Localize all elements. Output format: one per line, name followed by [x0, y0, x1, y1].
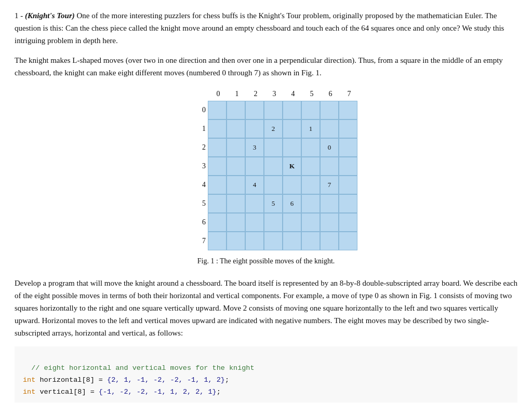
paragraph-1: 1 - (Knight's Tour) One of the more inte… — [15, 9, 517, 47]
board-cell-0-4 — [283, 101, 301, 119]
board-cell-5-2 — [245, 194, 264, 213]
code-line2-var: vertical — [35, 388, 73, 396]
row-label-5: 5 — [194, 198, 208, 209]
board-cell-4-5 — [301, 176, 320, 194]
board-cell-4-3 — [264, 176, 283, 194]
board-cell-7-6 — [320, 232, 339, 250]
board-cell-1-3: 2 — [264, 119, 283, 138]
paragraph-2: The knight makes L-shaped moves (over tw… — [15, 54, 517, 79]
p1-bold-italic: (Knight's Tour) — [25, 11, 75, 20]
col-header-7: 7 — [340, 88, 358, 100]
board-cell-0-0 — [208, 101, 227, 119]
board-cell-4-6: 7 — [320, 176, 339, 194]
board-row-2: 230 — [194, 138, 357, 157]
code-line2-end: ; — [217, 388, 221, 396]
board-row-5: 556 — [194, 194, 357, 213]
code-comment: // eight horizontal and vertical moves f… — [31, 364, 254, 372]
board-row-0: 0 — [194, 101, 357, 119]
board-cell-5-6 — [320, 194, 339, 213]
col-header-1: 1 — [228, 88, 246, 100]
board-cell-3-1 — [227, 157, 245, 176]
code-line2-arr: [8] — [73, 388, 86, 396]
board-cell-3-5 — [301, 157, 320, 176]
col-header-0: 0 — [209, 88, 228, 100]
board-cell-4-1 — [227, 176, 245, 194]
board-cell-5-7 — [339, 194, 357, 213]
board-cell-6-1 — [227, 213, 245, 232]
board-cell-2-6: 0 — [320, 138, 339, 157]
col-header-6: 6 — [321, 88, 340, 100]
board-cell-4-4 — [283, 176, 301, 194]
board-cell-5-1 — [227, 194, 245, 213]
board-cell-0-6 — [320, 101, 339, 119]
fig-caption: Fig. 1 : The eight possible moves of the… — [197, 256, 335, 267]
board-cell-0-1 — [227, 101, 245, 119]
board-cell-2-0 — [208, 138, 227, 157]
board-cell-1-7 — [339, 119, 357, 138]
board-cell-3-4: K — [283, 157, 301, 176]
board-cell-5-5 — [301, 194, 320, 213]
code-line2-val: {-1, -2, -2, -1, 1, 2, 2, 1} — [99, 388, 217, 396]
board-cell-5-4: 6 — [283, 194, 301, 213]
col-header-4: 4 — [284, 88, 302, 100]
row-label-1: 1 — [194, 123, 208, 135]
board-cell-6-2 — [245, 213, 264, 232]
board-cell-2-4 — [283, 138, 301, 157]
board-cell-4-7 — [339, 176, 357, 194]
board-cell-5-3: 5 — [264, 194, 283, 213]
code-line1-eq: = — [95, 376, 107, 384]
board-cell-6-3 — [264, 213, 283, 232]
board-cell-1-4 — [283, 119, 301, 138]
board-cell-7-5 — [301, 232, 320, 250]
code-line2-eq: = — [86, 388, 99, 396]
board-row-1: 121 — [194, 119, 357, 138]
row-label-2: 2 — [194, 142, 208, 153]
board-cell-3-7 — [339, 157, 357, 176]
row-label-7: 7 — [194, 235, 208, 247]
board-cell-2-5 — [301, 138, 320, 157]
board-cell-0-5 — [301, 101, 320, 119]
board-cell-7-2 — [245, 232, 264, 250]
board-cell-7-4 — [283, 232, 301, 250]
board-cell-0-2 — [245, 101, 264, 119]
p3-text: Develop a program that will move the kni… — [15, 279, 517, 337]
board-cell-2-3 — [264, 138, 283, 157]
col-header-3: 3 — [265, 88, 284, 100]
col-headers: 0 1 2 3 4 5 6 7 — [209, 88, 358, 100]
board-cell-6-5 — [301, 213, 320, 232]
row-label-3: 3 — [194, 161, 208, 172]
board-cell-4-0 — [208, 176, 227, 194]
code-line1-var: horizontal — [35, 376, 82, 384]
board-cell-3-3 — [264, 157, 283, 176]
board-cell-1-1 — [227, 119, 245, 138]
board-container: 0 1 2 3 4 5 6 7 01212303K44755667 — [194, 88, 358, 250]
p1-prefix: 1 - — [15, 11, 25, 20]
board-cell-0-3 — [264, 101, 283, 119]
board-section: 0 1 2 3 4 5 6 7 01212303K44755667 Fig. 1… — [15, 88, 517, 268]
board-row-6: 6 — [194, 213, 357, 232]
code-line1-end: ; — [225, 376, 229, 384]
row-label-4: 4 — [194, 179, 208, 191]
board-cell-7-0 — [208, 232, 227, 250]
board-cell-2-7 — [339, 138, 357, 157]
board-cell-4-2: 4 — [245, 176, 264, 194]
board-cell-1-6 — [320, 119, 339, 138]
board-cell-7-3 — [264, 232, 283, 250]
board-cell-5-0 — [208, 194, 227, 213]
board-cell-6-6 — [320, 213, 339, 232]
code-block: // eight horizontal and vertical moves f… — [15, 346, 517, 403]
board-cell-7-7 — [339, 232, 357, 250]
board-row-4: 447 — [194, 176, 357, 194]
col-header-2: 2 — [246, 88, 265, 100]
p2-text: The knight makes L-shaped moves (over tw… — [15, 56, 503, 77]
board-cell-1-0 — [208, 119, 227, 138]
paragraph-3: Develop a program that will move the kni… — [15, 277, 517, 339]
code-line2-keyword: int — [23, 388, 35, 396]
col-header-5: 5 — [302, 88, 321, 100]
board-cell-3-0 — [208, 157, 227, 176]
board-cell-6-4 — [283, 213, 301, 232]
board-cell-7-1 — [227, 232, 245, 250]
board-cell-6-7 — [339, 213, 357, 232]
code-line1-val: {2, 1, -1, -2, -2, -1, 1, 2} — [107, 376, 225, 384]
board-cell-2-2: 3 — [245, 138, 264, 157]
